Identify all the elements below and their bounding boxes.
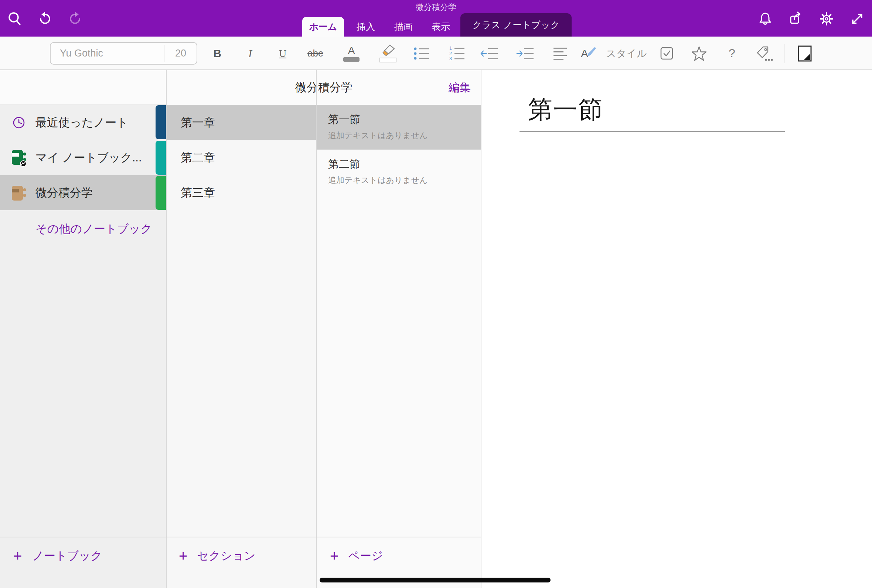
sidebar-item-my-notebooks[interactable]: マイ ノートブック... xyxy=(0,140,166,175)
top-app-bar: 微分積分学 ホーム 挿入 描画 表示 クラス ノートブック xyxy=(0,0,872,37)
indent-button[interactable] xyxy=(514,37,536,70)
edit-button[interactable]: 編集 xyxy=(449,70,471,105)
section-row-chapter2[interactable]: 第二章 xyxy=(167,140,316,175)
tab-view[interactable]: 表示 xyxy=(424,17,458,37)
svg-text:1: 1 xyxy=(449,46,452,51)
plus-icon: + xyxy=(330,549,338,563)
add-section-button[interactable]: + セクション xyxy=(167,537,316,574)
underline-button[interactable]: U xyxy=(272,37,294,70)
underline-glyph: U xyxy=(279,48,287,60)
page-subtitle: 追加テキストはありません xyxy=(328,130,428,141)
share-icon[interactable] xyxy=(788,11,804,27)
format-toolbar: Yu Gothic 20 B I U abc A 1 2 3 xyxy=(0,37,872,70)
search-icon[interactable] xyxy=(7,11,23,27)
outdent-button[interactable] xyxy=(478,37,500,70)
tab-view-label: 表示 xyxy=(432,21,450,33)
italic-glyph: I xyxy=(248,47,252,60)
page-title: 第二節 xyxy=(328,157,360,172)
section-color-tab xyxy=(156,176,167,210)
numbered-list-icon: 1 2 3 xyxy=(449,46,465,61)
clock-icon xyxy=(12,116,26,129)
alignment-icon xyxy=(553,47,568,60)
tab-insert[interactable]: 挿入 xyxy=(349,17,383,37)
notebook-icon xyxy=(11,149,28,167)
svg-text:3: 3 xyxy=(449,56,452,61)
add-section-footer: + セクション xyxy=(167,537,316,588)
bullet-list-button[interactable] xyxy=(411,37,433,70)
todo-tag-button[interactable] xyxy=(656,37,678,70)
full-page-view-icon xyxy=(797,45,812,62)
strikethrough-button[interactable]: abc xyxy=(304,37,326,70)
bold-glyph: B xyxy=(213,47,221,60)
notebook-icon xyxy=(11,185,28,201)
page-subtitle: 追加テキストはありません xyxy=(328,175,428,186)
font-color-letter: A xyxy=(348,45,355,56)
tab-draw[interactable]: 描画 xyxy=(386,17,420,37)
page-canvas[interactable]: 第一節 xyxy=(482,70,872,588)
styles-brush-icon xyxy=(587,46,596,57)
section-label: 第三章 xyxy=(181,175,215,210)
strikethrough-glyph: abc xyxy=(308,48,323,59)
tag-icon xyxy=(755,45,773,62)
section-row-chapter1[interactable]: 第一章 xyxy=(167,105,316,140)
notifications-bell-icon[interactable] xyxy=(757,11,773,27)
styles-button[interactable]: A xyxy=(578,37,600,70)
settings-gear-icon[interactable] xyxy=(818,11,834,27)
tab-insert-label: 挿入 xyxy=(357,21,375,33)
tab-class-notebook[interactable]: クラス ノートブック xyxy=(461,13,572,37)
section-row-chapter3[interactable]: 第三章 xyxy=(167,175,316,210)
font-color-button[interactable]: A xyxy=(340,37,362,70)
section-color-tab xyxy=(156,105,167,139)
sections-pages-divider xyxy=(316,70,317,588)
page-item-section2[interactable]: 第二節 追加テキストはありません xyxy=(317,150,481,194)
page-title: 第一節 xyxy=(328,112,360,127)
document-title: 微分積分学 xyxy=(0,2,872,13)
highlighter-button[interactable] xyxy=(377,37,399,70)
styles-label-area[interactable]: スタイル xyxy=(606,37,658,70)
page-title-underline xyxy=(519,131,785,132)
font-name-value[interactable]: Yu Gothic xyxy=(60,43,103,64)
font-picker[interactable]: Yu Gothic 20 xyxy=(50,42,197,64)
tab-home-label: ホーム xyxy=(309,21,337,33)
plus-icon: + xyxy=(179,549,187,563)
styles-label: スタイル xyxy=(606,47,647,60)
add-notebook-button[interactable]: + ノートブック xyxy=(0,537,166,574)
sidebar-item-label: 最近使ったノート xyxy=(36,105,128,140)
star-tag-button[interactable] xyxy=(688,37,710,70)
toolbar-divider xyxy=(784,44,785,63)
sidebar-item-label: マイ ノートブック... xyxy=(36,140,142,175)
more-tags-button[interactable] xyxy=(753,37,775,70)
numbered-list-button[interactable]: 1 2 3 xyxy=(446,37,468,70)
plus-icon: + xyxy=(13,549,22,563)
redo-icon[interactable] xyxy=(67,11,83,27)
italic-button[interactable]: I xyxy=(239,37,261,70)
svg-text:2: 2 xyxy=(449,51,452,56)
sidebar-item-recent-notes[interactable]: 最近使ったノート xyxy=(0,105,166,140)
expand-fullscreen-icon[interactable] xyxy=(849,11,865,27)
sidebar-item-calculus-notebook[interactable]: 微分積分学 xyxy=(0,175,166,210)
tab-home[interactable]: ホーム xyxy=(302,17,344,37)
add-page-button[interactable]: + ページ xyxy=(317,537,481,574)
sidebar-sections-divider xyxy=(166,70,167,588)
full-page-view-button[interactable] xyxy=(794,37,816,70)
highlighter-swatch xyxy=(380,58,396,62)
font-size-value[interactable]: 20 xyxy=(164,43,197,64)
more-notebooks-link[interactable]: その他のノートブック xyxy=(36,211,152,246)
page-canvas-title[interactable]: 第一節 xyxy=(528,93,603,126)
indent-icon xyxy=(516,47,534,60)
question-tag-button[interactable]: ? xyxy=(721,37,743,70)
sidebar-item-label: 微分積分学 xyxy=(36,175,93,210)
bold-button[interactable]: B xyxy=(206,37,228,70)
tab-class-notebook-label: クラス ノートブック xyxy=(472,19,560,31)
alignment-button[interactable] xyxy=(549,37,572,70)
checkbox-icon xyxy=(660,46,674,61)
font-color-swatch xyxy=(343,57,360,62)
section-label: 第一章 xyxy=(181,105,215,140)
notebook-pane-header: 微分積分学 編集 xyxy=(167,70,481,105)
sidebar-header-spacer xyxy=(0,70,166,105)
home-indicator-bar[interactable] xyxy=(320,578,551,582)
star-icon xyxy=(691,46,707,61)
page-item-section1[interactable]: 第一節 追加テキストはありません xyxy=(317,105,481,150)
add-notebook-footer: + ノートブック xyxy=(0,537,166,588)
undo-icon[interactable] xyxy=(37,11,53,27)
